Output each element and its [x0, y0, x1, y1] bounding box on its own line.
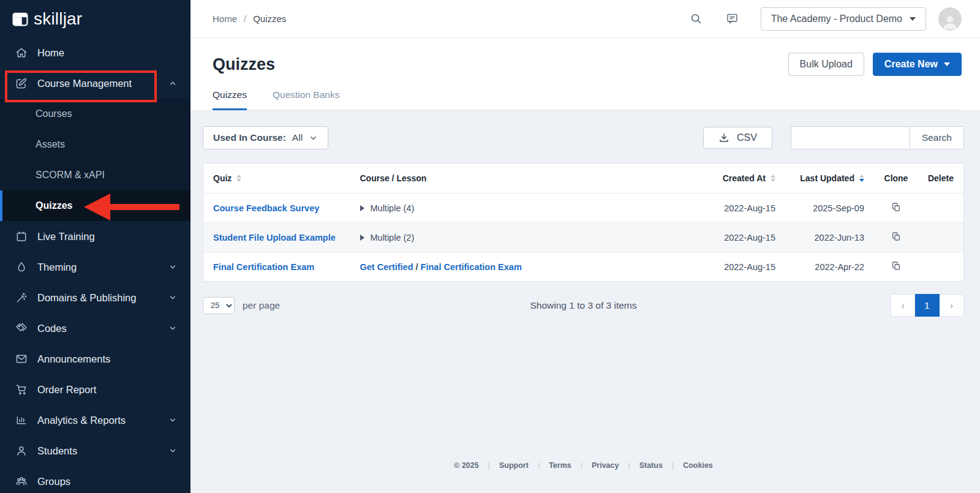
course-link[interactable]: Get Certified [360, 262, 413, 272]
column-header-course-lesson: Course / Lesson [350, 164, 706, 194]
sidebar-item-codes[interactable]: Codes [0, 313, 190, 344]
tab-question-banks[interactable]: Question Banks [273, 89, 339, 110]
sidebar-item-courses[interactable]: Courses [0, 99, 190, 129]
breadcrumb-current: Quizzes [253, 13, 286, 24]
delete-cell [918, 223, 964, 252]
footer-link-cookies[interactable]: Cookies [683, 461, 713, 470]
sidebar-item-assets[interactable]: Assets [0, 129, 190, 160]
delete-cell [918, 252, 964, 282]
people-icon [15, 475, 28, 488]
filter-label: Used In Course: [213, 132, 286, 143]
chevron-down-icon [168, 416, 177, 424]
column-header-created-at[interactable]: Created At [706, 164, 785, 194]
bulk-upload-button[interactable]: Bulk Upload [788, 53, 864, 76]
sort-icon [771, 175, 775, 182]
lesson-link[interactable]: Final Certification Exam [421, 262, 522, 272]
csv-export-button[interactable]: CSV [703, 127, 772, 149]
footer-link-terms[interactable]: Terms [549, 461, 571, 470]
edit-icon [15, 77, 28, 90]
sidebar-item-label: Domains & Publishing [37, 292, 136, 304]
bar-chart-icon [15, 413, 28, 427]
feedback-chat-icon[interactable] [722, 9, 742, 29]
chevron-down-icon [168, 446, 177, 455]
breadcrumb-separator: / [244, 13, 246, 24]
skilljar-logo-icon [12, 11, 28, 27]
filter-toolbar: Used In Course: All CSV Search [203, 126, 964, 149]
chevron-down-icon [309, 134, 318, 143]
sidebar-item-label: Theming [37, 262, 77, 273]
sidebar-item-order-report[interactable]: Order Report [0, 374, 190, 405]
workspace-selector[interactable]: The Academy - Product Demo [761, 7, 926, 31]
envelope-icon [15, 352, 28, 366]
home-icon [15, 46, 28, 59]
sidebar: skilljar Home Course Management Courses … [0, 0, 190, 493]
sidebar-item-analytics-reports[interactable]: Analytics & Reports [0, 405, 190, 435]
user-avatar[interactable] [938, 7, 962, 31]
sidebar-item-label: Announcements [37, 353, 110, 365]
created-at-value: 2022-Aug-15 [706, 223, 785, 252]
search-button[interactable]: Search [910, 126, 964, 149]
sidebar-item-label: Home [37, 47, 64, 59]
course-expand-toggle[interactable]: Multiple (2) [360, 233, 415, 243]
caret-down-icon [944, 62, 950, 66]
quizzes-table: Quiz Course / Lesson Created At Last [203, 163, 964, 282]
tab-quizzes[interactable]: Quizzes [213, 89, 247, 110]
last-updated-value: 2022-Jun-13 [785, 223, 874, 252]
column-header-quiz[interactable]: Quiz [203, 164, 350, 194]
sidebar-item-students[interactable]: Students [0, 435, 190, 466]
quiz-link[interactable]: Final Certification Exam [213, 262, 314, 272]
download-icon [718, 132, 729, 143]
sidebar-item-label: Groups [37, 476, 70, 487]
sidebar-item-live-training[interactable]: Live Training [0, 221, 190, 252]
sidebar-item-label: Analytics & Reports [37, 415, 126, 426]
main-area: Home / Quizzes The Academy - Product Dem… [190, 0, 980, 493]
sidebar-item-home[interactable]: Home [0, 37, 190, 68]
sidebar-item-announcements[interactable]: Announcements [0, 344, 190, 374]
footer-link-support[interactable]: Support [499, 461, 529, 470]
search-icon[interactable] [686, 9, 706, 29]
course-expand-toggle[interactable]: Multiple (4) [360, 203, 415, 213]
skilljar-logo[interactable]: skilljar [0, 0, 190, 37]
sidebar-item-quizzes[interactable]: Quizzes [0, 190, 190, 221]
sidebar-item-groups[interactable]: Groups [0, 466, 190, 493]
breadcrumb-home-link[interactable]: Home [213, 13, 237, 24]
used-in-course-filter[interactable]: Used In Course: All [203, 126, 328, 149]
pagination-next-button[interactable]: › [940, 294, 964, 317]
magic-wand-icon [15, 291, 28, 304]
sidebar-item-label: Course Management [37, 78, 132, 89]
clone-icon[interactable] [891, 231, 901, 241]
per-page-select[interactable]: 25 [203, 297, 235, 314]
pagination-prev-button[interactable]: ‹ [891, 294, 915, 317]
tab-bar: Quizzes Question Banks [213, 89, 962, 110]
sidebar-item-theming[interactable]: Theming [0, 252, 190, 282]
calendar-icon [15, 230, 28, 243]
workspace-name: The Academy - Product Demo [771, 13, 902, 24]
clone-icon[interactable] [891, 261, 901, 271]
search-input[interactable] [791, 126, 910, 149]
results-summary: Showing 1 to 3 of 3 items [203, 300, 964, 311]
footer-link-status[interactable]: Status [639, 461, 663, 470]
sidebar-item-label: Order Report [37, 384, 96, 396]
pagination-page-1[interactable]: 1 [915, 294, 940, 317]
last-updated-value: 2025-Sep-09 [785, 194, 874, 223]
sidebar-item-course-management[interactable]: Course Management [0, 68, 190, 99]
footer-link-privacy[interactable]: Privacy [592, 461, 619, 470]
caret-down-icon [910, 17, 916, 21]
create-new-button[interactable]: Create New [873, 53, 962, 76]
content-area: Used In Course: All CSV Search [190, 110, 980, 493]
cart-icon [15, 383, 28, 396]
last-updated-value: 2022-Apr-22 [785, 252, 874, 282]
sidebar-item-label: Students [37, 445, 77, 457]
column-header-clone: Clone [874, 164, 918, 194]
filter-value: All [292, 132, 303, 143]
quiz-link[interactable]: Course Feedback Survey [213, 203, 319, 213]
sidebar-item-scorm-xapi[interactable]: SCORM & xAPI [0, 160, 190, 190]
course-management-submenu: Courses Assets SCORM & xAPI Quizzes [0, 99, 190, 221]
sidebar-item-domains-publishing[interactable]: Domains & Publishing [0, 282, 190, 313]
column-header-last-updated[interactable]: Last Updated [785, 164, 874, 194]
page-header: Quizzes Bulk Upload Create New Quizzes Q… [190, 38, 980, 110]
created-at-value: 2022-Aug-15 [706, 194, 785, 223]
clone-icon[interactable] [891, 202, 901, 212]
tags-icon [15, 322, 28, 335]
quiz-link[interactable]: Student File Upload Example [213, 233, 336, 243]
